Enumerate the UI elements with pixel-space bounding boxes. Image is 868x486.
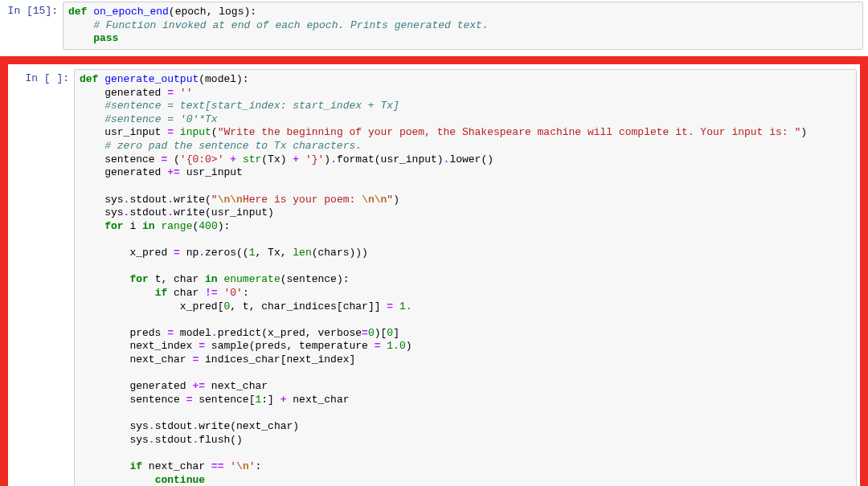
- notebook: In [15]: def on_epoch_end(epoch, logs): …: [0, 2, 868, 486]
- highlighted-region: In [ ]: def generate_output(model): gene…: [0, 56, 868, 486]
- code-cell[interactable]: In [ ]: def generate_output(model): gene…: [11, 69, 857, 486]
- code-input-area[interactable]: def generate_output(model): generated = …: [74, 69, 857, 486]
- code-cell[interactable]: In [15]: def on_epoch_end(epoch, logs): …: [0, 2, 868, 50]
- input-prompt: In [ ]:: [11, 69, 74, 486]
- code-input-area[interactable]: def on_epoch_end(epoch, logs): # Functio…: [63, 2, 863, 50]
- input-prompt: In [15]:: [0, 2, 63, 50]
